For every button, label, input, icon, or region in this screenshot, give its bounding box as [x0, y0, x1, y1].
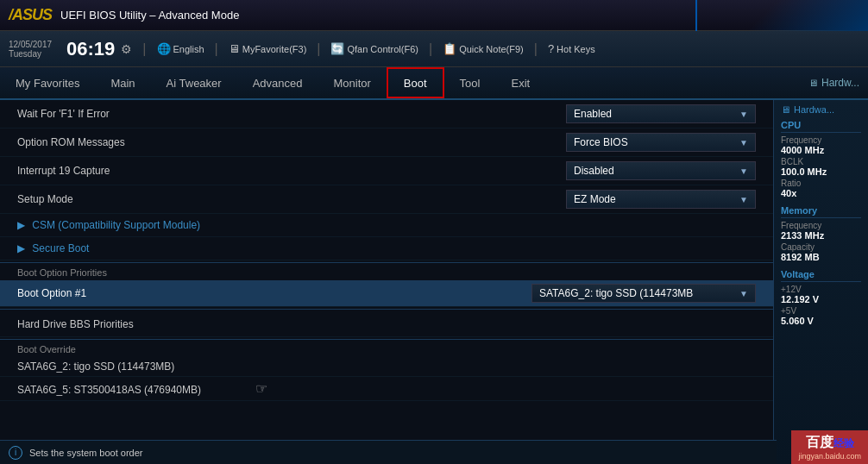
setting-interrupt19-value: Disabled ▼: [566, 161, 756, 180]
toolbar-myfav-label: MyFavorite(F3): [242, 44, 307, 54]
option-rom-dropdown[interactable]: Force BIOS ▼: [566, 133, 756, 152]
toolbar-qfan-label: Qfan Control(F6): [347, 44, 418, 54]
nav-tool[interactable]: Tool: [444, 67, 496, 98]
nav-my-favorites[interactable]: My Favorites: [0, 67, 95, 98]
dropdown-arrow-icon-4: ▼: [739, 195, 748, 204]
clock: 06:19: [66, 38, 115, 60]
cpu-section-title: CPU: [781, 120, 861, 133]
toolbar-hotkeys[interactable]: ? Hot Keys: [548, 42, 595, 55]
setting-option-rom[interactable]: Option ROM Messages Force BIOS ▼: [0, 129, 773, 157]
hw-monitor-title: 🖥 Hardwa...: [781, 104, 861, 115]
setting-setup-mode[interactable]: Setup Mode EZ Mode ▼: [0, 185, 773, 214]
dropdown-arrow-icon: ▼: [739, 110, 748, 119]
toolbar-quicknote-label: Quick Note(F9): [459, 44, 524, 54]
bclk-value: 100.0 MHz: [781, 166, 861, 177]
boot-priorities-header: Boot Option Priorities: [0, 265, 773, 280]
setting-wait-f1[interactable]: Wait For 'F1' If Error Enabled ▼: [0, 100, 773, 129]
baidu-url: jingyan.baidu.com: [798, 452, 861, 461]
voltage-12v-row: +12V 12.192 V: [781, 285, 861, 304]
nav-exit-label: Exit: [511, 77, 530, 90]
voltage-section-title: Voltage: [781, 269, 861, 282]
override-item-2[interactable]: SATA6G_5: ST3500418AS (476940MB) ☞: [0, 377, 773, 401]
hard-drive-bbs-label: Hard Drive BBS Priorities: [17, 318, 756, 330]
header-bar: /ASUS UEFI BIOS Utility – Advanced Mode: [0, 0, 868, 31]
setting-interrupt19[interactable]: Interrupt 19 Capture Disabled ▼: [0, 157, 773, 185]
toolbar-divider-1: |: [142, 41, 146, 57]
toolbar-divider-4: |: [429, 41, 432, 57]
note-icon: 📋: [443, 42, 456, 55]
hotkeys-icon: ?: [548, 42, 554, 55]
setting-wait-f1-label: Wait For 'F1' If Error: [17, 108, 566, 120]
toolbar-divider-5: |: [534, 41, 538, 57]
cpu-frequency-label: Frequency: [781, 135, 861, 145]
boot-option-1-dropdown[interactable]: SATA6G_2: tigo SSD (114473MB ▼: [531, 284, 756, 303]
nav-main-label: Main: [110, 77, 135, 90]
setting-interrupt19-label: Interrupt 19 Capture: [17, 165, 566, 177]
date-display: 12/05/2017 Tuesday: [9, 40, 52, 59]
toolbar-myfavorite[interactable]: 🖥 MyFavorite(F3): [229, 42, 307, 55]
nav-boot-label: Boot: [404, 77, 427, 90]
memory-section-title: Memory: [781, 205, 861, 218]
separator-1: [0, 262, 773, 263]
bclk-label: BCLK: [781, 157, 861, 166]
nav-advanced[interactable]: Advanced: [237, 67, 318, 98]
voltage-section: Voltage +12V 12.192 V +5V 5.060 V: [781, 269, 861, 326]
interrupt19-dropdown[interactable]: Disabled ▼: [566, 161, 756, 180]
toolbar-qfan[interactable]: 🔄 Qfan Control(F6): [330, 42, 418, 55]
cpu-frequency-row: Frequency 4000 MHz: [781, 135, 861, 155]
memory-section: Memory Frequency 2133 MHz Capacity 8192 …: [781, 205, 861, 262]
bclk-row: BCLK 100.0 MHz: [781, 157, 861, 177]
hw-monitor-nav-label: 🖥 Hardw...: [800, 67, 868, 98]
cpu-section: CPU Frequency 4000 MHz BCLK 100.0 MHz Ra…: [781, 120, 861, 198]
main-content: Wait For 'F1' If Error Enabled ▼ Option …: [0, 100, 868, 464]
toolbar-divider-2: |: [215, 41, 218, 57]
nav-spacer: [545, 67, 800, 98]
setting-setup-mode-label: Setup Mode: [17, 193, 566, 205]
toolbar-quicknote[interactable]: 📋 Quick Note(F9): [443, 42, 524, 55]
toolbar-english-label: English: [173, 44, 204, 54]
csm-section-header[interactable]: ▶ CSM (Compatibility Support Module): [0, 214, 773, 237]
hard-drive-bbs-row[interactable]: Hard Drive BBS Priorities: [0, 311, 773, 337]
bios-title: UEFI BIOS Utility – Advanced Mode: [60, 9, 239, 22]
setup-mode-dropdown[interactable]: EZ Mode ▼: [566, 190, 756, 209]
status-bar: i Sets the system boot order: [0, 440, 773, 464]
nav-advanced-label: Advanced: [253, 77, 303, 90]
memory-capacity-value: 8192 MB: [781, 252, 861, 262]
secure-boot-section-header[interactable]: ▶ Secure Boot: [0, 237, 773, 260]
ratio-row: Ratio 40x: [781, 179, 861, 198]
datetime-display: 12/05/2017 Tuesday: [9, 40, 52, 59]
info-icon: i: [9, 446, 22, 460]
status-text: Sets the system boot order: [29, 448, 142, 458]
settings-panel: Wait For 'F1' If Error Enabled ▼ Option …: [0, 100, 773, 464]
override-item-1[interactable]: SATA6G_2: tigo SSD (114473MB): [0, 357, 773, 377]
toolbar-divider-3: |: [317, 41, 320, 57]
nav-my-favorites-label: My Favorites: [16, 77, 79, 90]
voltage-5v-label: +5V: [781, 306, 861, 316]
nav-exit[interactable]: Exit: [495, 67, 545, 98]
globe-icon: 🌐: [157, 42, 171, 55]
separator-2: [0, 309, 773, 310]
toolbar: 12/05/2017 Tuesday 06:19 ⚙ | 🌐 English |…: [0, 31, 868, 67]
nav-monitor-label: Monitor: [334, 77, 371, 90]
ratio-label: Ratio: [781, 179, 861, 188]
nav-ai-tweaker[interactable]: Ai Tweaker: [151, 67, 237, 98]
time-display: 06:19 ⚙: [66, 38, 132, 60]
ratio-value: 40x: [781, 188, 861, 198]
toolbar-english[interactable]: 🌐 English: [157, 42, 204, 55]
memory-capacity-label: Capacity: [781, 242, 861, 252]
separator-3: [0, 339, 773, 340]
gear-icon[interactable]: ⚙: [121, 42, 132, 56]
nav-boot[interactable]: Boot: [387, 67, 444, 98]
monitor-icon: 🖥: [781, 104, 790, 115]
csm-section-label: CSM (Compatibility Support Module): [32, 219, 200, 231]
boot-option-1-row[interactable]: Boot Option #1 SATA6G_2: tigo SSD (11447…: [0, 280, 773, 307]
dropdown-arrow-icon-3: ▼: [739, 166, 748, 176]
wait-f1-dropdown[interactable]: Enabled ▼: [566, 104, 756, 123]
secure-boot-section-label: Secure Boot: [32, 242, 89, 254]
nav-monitor[interactable]: Monitor: [318, 67, 387, 98]
secure-boot-expand-icon: ▶: [17, 242, 25, 254]
nav-main[interactable]: Main: [95, 67, 150, 98]
voltage-5v-row: +5V 5.060 V: [781, 306, 861, 326]
boot-option-1-label: Boot Option #1: [17, 287, 531, 299]
myfav-icon: 🖥: [229, 42, 240, 55]
